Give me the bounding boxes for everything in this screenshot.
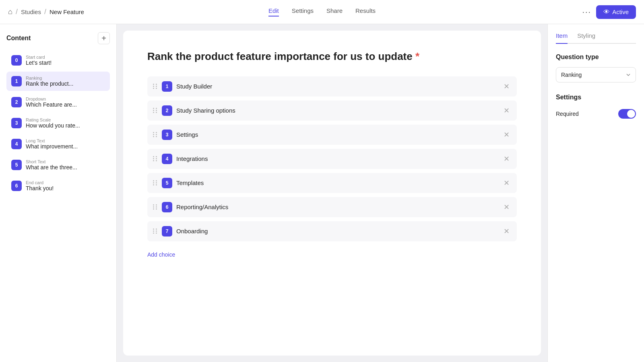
tab-item[interactable]: Item [556,32,568,44]
card-type-5: Short Text [26,159,105,164]
active-label: Active [612,8,629,15]
current-page: New Feature [50,8,84,15]
question-title: Rank the product feature importance for … [147,50,517,64]
ranking-item-1: 2 Study Sharing options ✕ [147,101,517,121]
card-badge-0: 0 [11,55,22,66]
ranking-item-2: 3 Settings ✕ [147,125,517,145]
card-badge-5: 5 [11,160,22,170]
remove-button-5[interactable]: ✕ [502,203,511,212]
card-badge-1: 1 [11,76,22,86]
card-badge-4: 4 [11,139,22,149]
topnav: ⌂ / Studies / New Feature Edit Settings … [0,0,644,24]
drag-handle-2[interactable] [153,132,158,137]
tab-edit[interactable]: Edit [268,7,279,16]
sidebar-item-1[interactable]: 1 Ranking Rank the product... [6,72,110,91]
home-icon[interactable]: ⌂ [8,8,12,16]
rank-label-3: Integrations [176,155,498,162]
rank-label-2: Settings [176,131,498,138]
card-type-6: End card [26,180,105,185]
rank-label-6: Onboarding [176,228,498,234]
remove-button-1[interactable]: ✕ [502,106,511,115]
drag-handle-0[interactable] [153,84,158,89]
sidebar: Content + 0 Start card Let's start! 1 Ra… [0,24,117,362]
question-type-label: Question type [556,53,636,61]
more-button[interactable]: ··· [582,7,591,16]
tab-settings[interactable]: Settings [292,7,314,16]
editor-panel: Rank the product feature importance for … [123,31,541,356]
required-star: * [415,50,419,62]
card-badge-6: 6 [11,181,22,191]
tab-results[interactable]: Results [355,7,376,16]
separator2: / [44,8,46,16]
tab-share[interactable]: Share [326,7,343,16]
sidebar-item-2[interactable]: 2 Dropdown Which Feature are... [6,93,110,112]
layout: Content + 0 Start card Let's start! 1 Ra… [0,24,644,362]
remove-button-6[interactable]: ✕ [502,227,511,236]
nav-tabs: Edit Settings Share Results [268,7,376,16]
card-type-2: Dropdown [26,97,105,101]
rank-badge-4: 5 [162,178,172,188]
ranking-item-4: 5 Templates ✕ [147,173,517,193]
sidebar-item-3[interactable]: 3 Rating Scale How would you rate... [6,113,110,133]
topnav-right: ··· 👁 Active [582,5,636,19]
drag-handle-3[interactable] [153,156,158,161]
sidebar-header: Content + [6,32,110,44]
sidebar-item-5[interactable]: 5 Short Text What are the three... [6,155,110,175]
card-type-1: Ranking [26,76,105,80]
remove-button-2[interactable]: ✕ [502,130,511,139]
ranking-list: 1 Study Builder ✕ 2 Study Sharing option… [147,76,517,241]
card-name-2: Which Feature are... [26,101,105,108]
question-type-select[interactable]: Ranking [556,67,636,82]
drag-handle-6[interactable] [153,228,158,234]
rank-label-1: Study Sharing options [176,107,498,114]
ranking-item-6: 7 Onboarding ✕ [147,221,517,241]
rank-badge-1: 2 [162,105,172,116]
separator: / [16,8,18,16]
card-name-3: How would you rate... [26,122,105,129]
card-type-4: Long Text [26,138,105,143]
rank-badge-2: 3 [162,130,172,140]
sidebar-item-6[interactable]: 6 End card Thank you! [6,176,110,195]
rank-label-4: Templates [176,179,498,186]
right-panel: Item Styling Question type Ranking Setti… [547,24,644,362]
settings-label: Settings [556,94,636,101]
remove-button-0[interactable]: ✕ [502,82,511,91]
card-badge-3: 3 [11,118,22,128]
remove-button-3[interactable]: ✕ [502,154,511,163]
add-card-button[interactable]: + [98,32,110,44]
ranking-item-3: 4 Integrations ✕ [147,149,517,169]
required-row: Required [556,109,636,119]
card-name-4: What improvement... [26,143,105,150]
required-label: Required [556,111,579,117]
right-panel-tabs: Item Styling [556,32,636,44]
drag-handle-5[interactable] [153,204,158,210]
eye-icon: 👁 [603,8,610,16]
studies-link[interactable]: Studies [21,8,41,15]
ranking-item-0: 1 Study Builder ✕ [147,76,517,97]
sidebar-item-4[interactable]: 4 Long Text What improvement... [6,134,110,154]
drag-handle-4[interactable] [153,180,158,185]
card-badge-2: 2 [11,97,22,107]
required-toggle[interactable] [618,109,636,119]
active-button[interactable]: 👁 Active [596,5,636,19]
breadcrumb: ⌂ / Studies / New Feature [8,8,84,16]
card-name-1: Rank the product... [26,80,105,87]
tab-styling[interactable]: Styling [577,32,595,44]
settings-section: Settings Required [556,94,636,119]
main-content: Rank the product feature importance for … [117,24,547,362]
rank-label-0: Study Builder [176,83,498,90]
card-name-0: Let's start! [26,60,105,66]
rank-badge-3: 4 [162,154,172,164]
sidebar-item-0[interactable]: 0 Start card Let's start! [6,51,110,70]
card-name-5: What are the three... [26,164,105,171]
rank-label-5: Reporting/Analytics [176,204,498,210]
drag-handle-1[interactable] [153,108,158,113]
rank-badge-0: 1 [162,81,172,92]
rank-badge-6: 7 [162,226,172,237]
remove-button-4[interactable]: ✕ [502,179,511,187]
card-type-0: Start card [26,55,105,60]
rank-badge-5: 6 [162,202,172,212]
card-name-6: Thank you! [26,185,105,191]
add-choice-link[interactable]: Add choice [147,251,175,258]
ranking-item-5: 6 Reporting/Analytics ✕ [147,197,517,217]
